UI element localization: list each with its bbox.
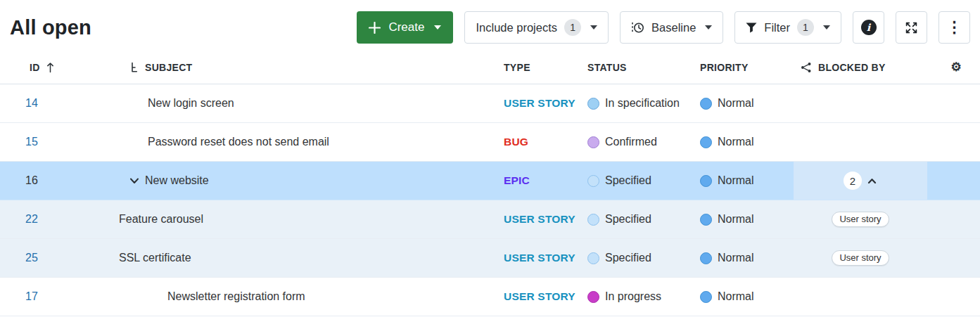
- priority-dot-icon: [700, 214, 712, 226]
- status-cell: In specification: [586, 84, 700, 122]
- include-projects-count-badge: 1: [564, 19, 581, 36]
- chevron-up-icon: [867, 176, 877, 186]
- table-row[interactable]: 17Newsletter registration formUSER STORY…: [0, 278, 980, 316]
- table-row[interactable]: 14New login screenUSER STORYIn specifica…: [0, 84, 980, 123]
- baseline-button[interactable]: Baseline: [620, 11, 723, 44]
- table-header-row: ID SUBJECT TYPE STATUS PRIORITY: [0, 51, 980, 84]
- subject-text: Feature carousel: [119, 213, 203, 226]
- table-row[interactable]: 25SSL certificateUSER STORYSpecifiedNorm…: [0, 239, 980, 278]
- table-body: 14New login screenUSER STORYIn specifica…: [0, 84, 980, 316]
- work-package-id-link[interactable]: 16: [25, 174, 38, 187]
- subject-cell[interactable]: Feature carousel: [91, 200, 499, 238]
- type-value[interactable]: USER STORY: [504, 213, 575, 226]
- type-cell: EPIC: [499, 162, 586, 200]
- relation-type-chip: User story: [832, 212, 889, 227]
- priority-cell: Normal: [700, 123, 794, 161]
- include-projects-label: Include projects: [476, 21, 557, 34]
- work-package-id-link[interactable]: 14: [25, 97, 38, 110]
- column-type-label: TYPE: [504, 62, 530, 73]
- create-button[interactable]: Create: [357, 11, 453, 44]
- create-button-label: Create: [388, 20, 424, 34]
- subject-cell[interactable]: SSL certificate: [91, 239, 499, 277]
- type-value[interactable]: EPIC: [504, 174, 530, 187]
- filter-button[interactable]: Filter 1: [734, 11, 841, 44]
- work-package-id-link[interactable]: 17: [25, 290, 38, 303]
- status-value[interactable]: Specified: [605, 174, 651, 187]
- id-cell: 16: [0, 162, 91, 200]
- baseline-clock-icon: [631, 21, 644, 34]
- status-value[interactable]: In progress: [605, 290, 661, 303]
- blocked-by-expanded-toggle[interactable]: 2: [794, 162, 927, 200]
- status-value[interactable]: Specified: [605, 213, 651, 226]
- status-value[interactable]: In specification: [605, 97, 680, 110]
- status-cell: In progress: [586, 278, 700, 316]
- type-cell: USER STORY: [499, 200, 586, 238]
- status-cell: Specified: [586, 162, 700, 200]
- priority-value[interactable]: Normal: [718, 290, 754, 303]
- column-header-priority[interactable]: PRIORITY: [700, 51, 794, 84]
- type-value[interactable]: USER STORY: [504, 97, 575, 110]
- subject-cell[interactable]: New website: [91, 162, 499, 200]
- status-value[interactable]: Specified: [605, 252, 651, 264]
- priority-value[interactable]: Normal: [718, 97, 754, 110]
- work-package-id-link[interactable]: 25: [25, 252, 38, 264]
- type-value[interactable]: USER STORY: [504, 290, 575, 303]
- fullscreen-icon: [905, 21, 918, 34]
- type-value[interactable]: USER STORY: [504, 252, 575, 264]
- gear-icon[interactable]: ⚙: [950, 61, 962, 73]
- work-package-id-link[interactable]: 22: [25, 213, 38, 226]
- row-settings-cell: [927, 162, 980, 200]
- sort-ascending-icon: [46, 62, 54, 73]
- priority-dot-icon: [700, 98, 712, 110]
- subject-text: New website: [145, 174, 209, 187]
- top-bar: All open Create Include projects 1 Basel…: [0, 0, 980, 44]
- priority-cell: Normal: [700, 162, 794, 200]
- subject-cell[interactable]: Newsletter registration form: [91, 278, 499, 316]
- subject-text: SSL certificate: [119, 252, 191, 264]
- table-row[interactable]: 22Feature carouselUSER STORYSpecifiedNor…: [0, 200, 980, 239]
- priority-dot-icon: [700, 175, 712, 187]
- priority-cell: Normal: [700, 239, 794, 277]
- work-package-id-link[interactable]: 15: [25, 136, 38, 148]
- subject-cell[interactable]: New login screen: [91, 84, 499, 122]
- table-row[interactable]: 16New websiteEPICSpecifiedNormal2: [0, 162, 980, 200]
- blocked-by-cell: 2: [794, 162, 927, 200]
- id-cell: 14: [0, 84, 91, 122]
- column-header-status[interactable]: STATUS: [586, 51, 700, 84]
- priority-value[interactable]: Normal: [718, 136, 754, 148]
- filter-funnel-icon: [746, 22, 757, 33]
- subject-text: New login screen: [148, 97, 234, 110]
- column-status-label: STATUS: [587, 62, 627, 73]
- column-header-type[interactable]: TYPE: [499, 51, 586, 84]
- id-cell: 15: [0, 123, 91, 161]
- blocked-by-cell: User story: [794, 200, 927, 238]
- collapse-chevron-icon[interactable]: [129, 175, 140, 186]
- blocked-by-cell: User story: [794, 239, 927, 277]
- type-value[interactable]: BUG: [504, 136, 528, 148]
- include-projects-button[interactable]: Include projects 1: [464, 11, 609, 44]
- subject-cell[interactable]: Password reset does not send email: [91, 123, 499, 161]
- blocked-by-relation-wrap: User story: [794, 239, 927, 277]
- column-header-id[interactable]: ID: [0, 51, 91, 84]
- toolbar: Create Include projects 1 Baseline: [357, 11, 970, 44]
- priority-dot-icon: [700, 252, 712, 264]
- info-button[interactable]: i: [853, 11, 884, 44]
- priority-value[interactable]: Normal: [718, 174, 754, 187]
- fullscreen-button[interactable]: [896, 11, 927, 44]
- type-cell: USER STORY: [499, 278, 586, 316]
- status-cell: Confirmed: [586, 123, 700, 161]
- status-dot-icon: [587, 98, 599, 110]
- column-header-subject[interactable]: SUBJECT: [91, 51, 499, 84]
- more-options-button[interactable]: ⋮: [938, 11, 970, 44]
- status-value[interactable]: Confirmed: [605, 136, 657, 148]
- row-settings-cell: [927, 278, 980, 316]
- subject-text: Newsletter registration form: [167, 290, 305, 303]
- column-header-blocked-by[interactable]: BLOCKED BY: [794, 51, 927, 84]
- table-row[interactable]: 15Password reset does not send emailBUGC…: [0, 123, 980, 162]
- blocked-by-cell: [794, 84, 927, 122]
- priority-value[interactable]: Normal: [718, 252, 754, 264]
- priority-value[interactable]: Normal: [718, 213, 754, 226]
- status-dot-icon: [587, 214, 599, 226]
- subject-text: Password reset does not send email: [148, 136, 329, 148]
- blocked-by-relation-wrap: User story: [794, 200, 927, 238]
